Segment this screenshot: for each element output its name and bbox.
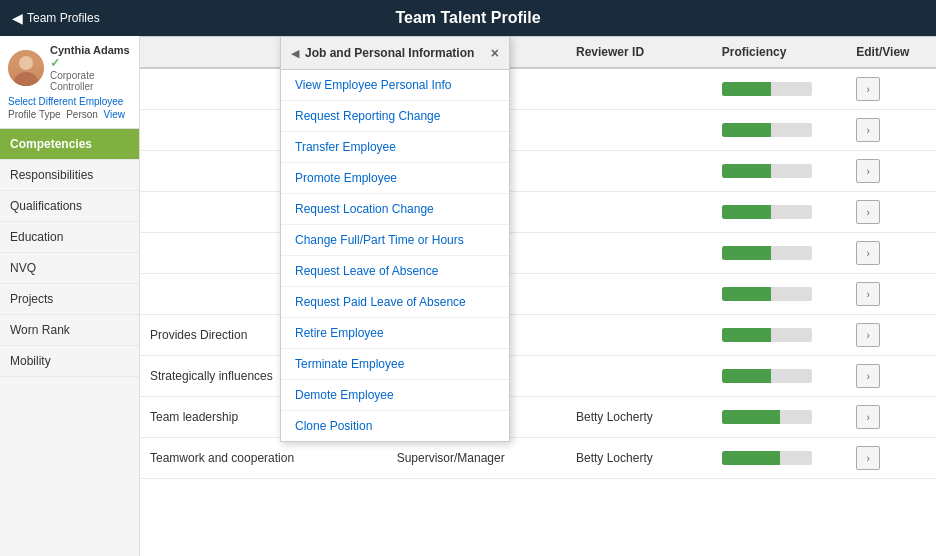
cell-edit-view: › xyxy=(846,397,936,438)
proficiency-fill xyxy=(722,246,772,260)
proficiency-bar xyxy=(722,328,812,342)
content-area: Evaluation Type Reviewer ID Proficiency … xyxy=(140,36,936,556)
proficiency-bar xyxy=(722,205,812,219)
cell-proficiency xyxy=(712,315,847,356)
cell-edit-view: › xyxy=(846,110,936,151)
proficiency-fill xyxy=(722,451,781,465)
cell-proficiency xyxy=(712,68,847,110)
dropdown-menu-item[interactable]: Request Leave of Absence xyxy=(281,256,509,287)
cell-reviewer xyxy=(566,151,712,192)
dropdown-menu-item[interactable]: Promote Employee xyxy=(281,163,509,194)
proficiency-fill xyxy=(722,205,772,219)
table-row: Approved/Official› xyxy=(140,110,936,151)
dropdown-menu-item[interactable]: Retire Employee xyxy=(281,318,509,349)
back-button[interactable]: ◀ Team Profiles xyxy=(12,10,100,26)
proficiency-fill xyxy=(722,164,772,178)
checkmark-icon: ✓ xyxy=(50,56,60,70)
dropdown-items-list: View Employee Personal InfoRequest Repor… xyxy=(281,70,509,441)
proficiency-fill xyxy=(722,410,781,424)
cell-proficiency xyxy=(712,397,847,438)
dropdown-back-icon[interactable]: ◀ xyxy=(291,47,299,60)
table-row: Provides DirectionApproved/Official› xyxy=(140,315,936,356)
edit-view-button[interactable]: › xyxy=(856,446,880,470)
cell-proficiency xyxy=(712,110,847,151)
cell-proficiency xyxy=(712,274,847,315)
cell-edit-view: › xyxy=(846,68,936,110)
table-header-row: Evaluation Type Reviewer ID Proficiency … xyxy=(140,37,936,69)
edit-view-button[interactable]: › xyxy=(856,364,880,388)
cell-competency: Teamwork and cooperation xyxy=(140,438,387,479)
edit-view-button[interactable]: › xyxy=(856,159,880,183)
table-row: Teamwork and cooperationSupervisor/Manag… xyxy=(140,438,936,479)
proficiency-bar xyxy=(722,369,812,383)
dropdown-close-button[interactable]: × xyxy=(491,45,499,61)
proficiency-bar xyxy=(722,287,812,301)
dropdown-menu-item[interactable]: Demote Employee xyxy=(281,380,509,411)
sidebar: Cynthia Adams ✓ Corporate Controller Sel… xyxy=(0,36,140,556)
cell-edit-view: › xyxy=(846,233,936,274)
profile-name: Cynthia Adams ✓ xyxy=(50,44,131,70)
table-row: Team leadershipSupervisor/ManagerBetty L… xyxy=(140,397,936,438)
profile-section: Cynthia Adams ✓ Corporate Controller Sel… xyxy=(0,36,139,129)
dropdown-header: ◀ Job and Personal Information × xyxy=(281,37,509,70)
edit-view-button[interactable]: › xyxy=(856,323,880,347)
sidebar-item-education[interactable]: Education xyxy=(0,222,139,253)
sidebar-item-mobility[interactable]: Mobility xyxy=(0,346,139,377)
col-proficiency: Proficiency xyxy=(712,37,847,69)
dropdown-title: Job and Personal Information xyxy=(305,46,474,60)
col-reviewer: Reviewer ID xyxy=(566,37,712,69)
page-title: Team Talent Profile xyxy=(395,9,540,27)
select-employee-link[interactable]: Select Different Employee xyxy=(8,96,123,107)
dropdown-panel: ◀ Job and Personal Information × View Em… xyxy=(280,36,510,442)
profile-type-row: Profile Type Person View xyxy=(8,109,131,120)
cell-edit-view: › xyxy=(846,192,936,233)
edit-view-button[interactable]: › xyxy=(856,77,880,101)
cell-reviewer xyxy=(566,110,712,151)
avatar xyxy=(8,50,44,86)
dropdown-menu-item[interactable]: Request Paid Leave of Absence xyxy=(281,287,509,318)
sidebar-item-nvq[interactable]: NVQ xyxy=(0,253,139,284)
proficiency-fill xyxy=(722,328,772,342)
sidebar-item-competencies[interactable]: Competencies xyxy=(0,129,139,160)
proficiency-bar xyxy=(722,246,812,260)
table-row: Approved/Official› xyxy=(140,233,936,274)
cell-reviewer xyxy=(566,68,712,110)
edit-view-button[interactable]: › xyxy=(856,241,880,265)
sidebar-nav: CompetenciesResponsibilitiesQualificatio… xyxy=(0,129,139,377)
cell-proficiency xyxy=(712,192,847,233)
sidebar-item-qualifications[interactable]: Qualifications xyxy=(0,191,139,222)
cell-edit-view: › xyxy=(846,438,936,479)
proficiency-fill xyxy=(722,369,772,383)
dropdown-menu-item[interactable]: Terminate Employee xyxy=(281,349,509,380)
cell-edit-view: › xyxy=(846,315,936,356)
dropdown-menu-item[interactable]: Request Reporting Change xyxy=(281,101,509,132)
back-label: Team Profiles xyxy=(27,11,100,25)
profile-row: Cynthia Adams ✓ Corporate Controller xyxy=(8,44,131,92)
dropdown-menu-item[interactable]: Change Full/Part Time or Hours xyxy=(281,225,509,256)
sidebar-item-worn-rank[interactable]: Worn Rank xyxy=(0,315,139,346)
sidebar-item-projects[interactable]: Projects xyxy=(0,284,139,315)
cell-reviewer xyxy=(566,274,712,315)
edit-view-button[interactable]: › xyxy=(856,282,880,306)
view-link[interactable]: View xyxy=(103,109,125,120)
cell-proficiency xyxy=(712,356,847,397)
cell-reviewer: Betty Locherty xyxy=(566,397,712,438)
edit-view-button[interactable]: › xyxy=(856,200,880,224)
cell-proficiency xyxy=(712,438,847,479)
dropdown-menu-item[interactable]: Request Location Change xyxy=(281,194,509,225)
proficiency-fill xyxy=(722,82,772,96)
proficiency-fill xyxy=(722,123,772,137)
sidebar-item-responsibilities[interactable]: Responsibilities xyxy=(0,160,139,191)
dropdown-menu-item[interactable]: View Employee Personal Info xyxy=(281,70,509,101)
dropdown-menu-item[interactable]: Transfer Employee xyxy=(281,132,509,163)
cell-proficiency xyxy=(712,151,847,192)
proficiency-bar xyxy=(722,82,812,96)
dropdown-menu-item[interactable]: Clone Position xyxy=(281,411,509,441)
col-edit-view: Edit/View xyxy=(846,37,936,69)
proficiency-bar xyxy=(722,410,812,424)
table-row: Self› xyxy=(140,274,936,315)
cell-edit-view: › xyxy=(846,151,936,192)
back-arrow-icon: ◀ xyxy=(12,10,23,26)
edit-view-button[interactable]: › xyxy=(856,118,880,142)
edit-view-button[interactable]: › xyxy=(856,405,880,429)
